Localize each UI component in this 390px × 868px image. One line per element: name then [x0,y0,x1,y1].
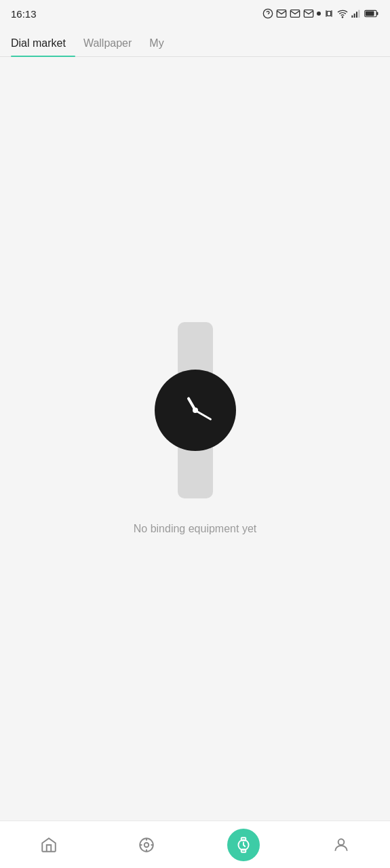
nav-item-home[interactable] [0,821,98,868]
svg-rect-4 [351,16,353,18]
svg-rect-10 [366,11,374,16]
empty-state-message: No binding equipment yet [134,523,256,535]
status-icons [262,8,379,19]
nav-item-watch[interactable] [195,821,293,868]
notification-dot [317,12,321,16]
watch-band-bottom [178,444,213,498]
svg-point-12 [144,842,149,847]
signal-icon [351,8,362,19]
home-icon [39,835,58,854]
watch-illustration [155,322,236,498]
clock-center [193,408,198,413]
tab-my[interactable]: My [149,29,173,56]
svg-rect-9 [376,12,378,16]
profile-icon [332,835,351,854]
svg-rect-18 [241,837,246,840]
svg-rect-5 [354,14,355,18]
question-circle-icon [262,8,273,19]
envelope-icon-2 [290,8,300,19]
tab-dial-market[interactable]: Dial market [11,29,75,56]
bottom-nav [0,821,390,868]
envelope-icon-3 [303,8,314,19]
status-bar: 16:13 [0,0,390,24]
vibrate-icon [324,8,334,19]
svg-rect-2 [327,12,330,16]
watch-nav-icon [235,836,252,854]
svg-point-3 [342,17,343,18]
watch-clock-hands [175,390,216,431]
status-time: 16:13 [11,8,37,20]
envelope-icon-1 [276,8,287,19]
svg-point-20 [338,839,345,845]
nav-item-profile[interactable] [292,821,390,868]
battery-icon [364,9,379,18]
watch-nav-active-bg [227,829,260,861]
dial-icon [137,835,156,854]
svg-rect-7 [358,10,359,18]
main-content: No binding equipment yet [0,57,390,868]
tab-bar: Dial market Wallpaper My [0,24,390,57]
wifi-icon [337,8,348,19]
tab-wallpaper[interactable]: Wallpaper [83,29,141,56]
watch-face [155,370,236,451]
watch-band-top [178,322,213,376]
svg-rect-19 [241,849,246,852]
svg-rect-6 [356,12,357,18]
nav-item-dial[interactable] [98,821,195,868]
